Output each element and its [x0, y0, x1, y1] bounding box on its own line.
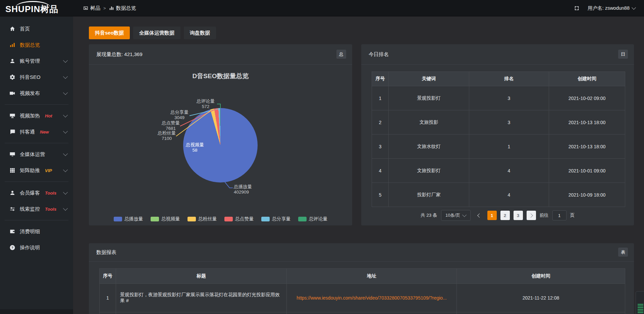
tab-douyin-seo[interactable]: 抖音seo数据 — [89, 27, 130, 39]
sidebar-item-matrix-boost[interactable]: 矩阵助推 VIP — [0, 162, 73, 178]
cell-keyword: 文旅投影 — [389, 110, 469, 135]
sidebar-item-label: 抖音SEO — [20, 74, 41, 81]
col-index: 序号 — [372, 72, 389, 86]
sidebar-item-douyin-seo[interactable]: 抖音SEO — [0, 69, 73, 85]
pie-labelline-comments — [220, 104, 221, 108]
table-header-row: 序号 关键词 排名 创建时间 — [372, 72, 625, 86]
table-row: 1 景观投影灯 3 2021-10-02 09:00 — [372, 86, 625, 110]
chart-legend: 总播放量 总视频量 总粉丝量 总点赞量 总分享量 总评论量 — [89, 216, 352, 222]
chart-title: D音SEO数据量总览 — [89, 72, 352, 81]
table-row: 5 投影灯厂家 4 2021-10-09 18:00 — [372, 183, 625, 207]
gear-icon — [9, 74, 15, 80]
video-publish-icon — [9, 90, 15, 96]
seo-chart-panel: 展现量总数: 421,369 总 D音SEO数据量总览 总评论量 572 总分享… — [89, 44, 352, 225]
sidebar-item-label: 操作说明 — [20, 245, 40, 251]
video-link[interactable]: https://www.iesdouyin.com/share/video/70… — [297, 295, 447, 301]
legend-item-videos[interactable]: 总视频量 — [151, 216, 180, 222]
sidebar-item-video-heat[interactable]: 视频加热 Hot — [0, 108, 73, 124]
chevron-down-icon — [63, 151, 68, 156]
breadcrumb-current: 数据总览 — [109, 5, 136, 11]
fullscreen-icon[interactable] — [574, 5, 580, 11]
hot-badge: Hot — [45, 113, 52, 118]
pie-label-name: 总播放量 — [234, 184, 257, 190]
report-panel-title: 数据报表 — [96, 249, 116, 255]
legend-item-plays[interactable]: 总播放量 — [114, 216, 143, 222]
col-title: 标题 — [116, 269, 287, 284]
impressions-total-label: 展现量总数: 421,369 — [96, 51, 143, 57]
legend-item-comments[interactable]: 总评论量 — [298, 216, 328, 222]
chevron-left-icon — [477, 213, 482, 218]
sidebar-item-label: 会员爆客 — [20, 190, 40, 196]
chevron-right-icon — [529, 213, 533, 218]
sidebar-item-data-overview[interactable]: 数据总览 — [0, 37, 73, 53]
tab-inquiry[interactable]: 询盘数据 — [184, 27, 216, 39]
sidebar-item-help[interactable]: ? 操作说明 — [0, 240, 73, 256]
sidebar-item-account[interactable]: 账号管理 — [0, 53, 73, 69]
today-ranking-panel: 今日排名 日 序号 关键词 排名 创建时间 1 景观投影灯 — [361, 44, 634, 225]
pagination: 共 23 条 10条/页 1 2 3 前往 页 — [361, 210, 634, 221]
sidebar-item-video-publish[interactable]: 视频发布 — [0, 85, 73, 101]
page-size-select[interactable]: 10条/页 — [441, 210, 471, 221]
table-header-row: 序号 标题 地址 创建时间 — [100, 269, 625, 284]
pie-labelline-plays — [229, 188, 233, 188]
goto-page-input[interactable] — [552, 210, 567, 220]
report-table: 序号 标题 地址 创建时间 1 景观投影灯，夜游景观投影灯厂家展示展示落花灯在花… — [99, 268, 625, 314]
page-button-3[interactable]: 3 — [514, 211, 523, 220]
daily-toggle-button[interactable]: 日 — [618, 50, 628, 59]
main-content: 抖音seo数据 全媒体运营数据 询盘数据 展现量总数: 421,369 总 D音… — [73, 16, 644, 314]
sidebar-item-label: 矩阵助推 — [20, 167, 40, 174]
pie-label-fans: 总粉丝量 7100 — [156, 130, 177, 141]
cell-rank: 3 — [469, 110, 549, 135]
goto-suffix-label: 页 — [570, 212, 575, 218]
sidebar-item-lead-monitor[interactable]: 线索监控 Tools — [0, 201, 73, 217]
chevron-down-icon — [462, 213, 467, 217]
floating-widget[interactable] — [636, 291, 644, 314]
pie-label-value: 7100 — [156, 136, 177, 141]
table-row: 1 景观投影灯，夜游景观投影灯厂家展示展示落花灯在花园里的灯光投影应用效果 # … — [100, 284, 625, 312]
sidebar-item-label: 首页 — [20, 26, 30, 32]
chevron-down-icon — [63, 74, 68, 78]
cell-keyword: 景观投影灯 — [389, 86, 469, 110]
monitor-icon — [9, 151, 15, 157]
legend-item-likes[interactable]: 总点赞量 — [224, 216, 254, 222]
pie-label-name: 总分享量 — [169, 110, 190, 115]
sidebar-item-spend-details[interactable]: 消费明细 — [0, 223, 73, 240]
bar-chart-icon — [109, 6, 114, 11]
sidebar-item-member-burst[interactable]: 会员爆客 Tools — [0, 185, 73, 201]
total-toggle-button[interactable]: 总 — [336, 50, 346, 59]
legend-item-fans[interactable]: 总粉丝量 — [187, 216, 217, 222]
page-button-1[interactable]: 1 — [487, 211, 497, 220]
prev-page-button[interactable] — [474, 211, 484, 220]
legend-swatch — [224, 217, 233, 221]
sidebar-divider — [5, 181, 68, 182]
cell-index — [100, 312, 116, 314]
pie-label-plays: 总播放量 402909 — [234, 184, 257, 195]
chevron-down-icon — [63, 90, 68, 95]
sidebar-item-home[interactable]: 首页 — [0, 21, 73, 37]
cell-index: 2 — [372, 110, 389, 135]
sidebar-item-doketong[interactable]: 抖客通 New — [0, 124, 73, 140]
pie-label-name: 总评论量 — [195, 99, 216, 104]
legend-swatch — [187, 217, 196, 221]
cell-created: 2021-10-13 18:00 — [549, 110, 625, 135]
legend-swatch — [114, 217, 122, 221]
tab-media-ops[interactable]: 全媒体运营数据 — [133, 27, 180, 39]
table-row: 2 文旅投影 3 2021-10-13 18:00 — [372, 110, 625, 135]
sidebar-item-media-ops[interactable]: 全媒体运营 — [0, 146, 73, 162]
sidebar-item-label: 账号管理 — [20, 58, 40, 64]
cell-rank: 3 — [469, 86, 549, 110]
sidebar-item-label: 数据总览 — [20, 42, 40, 48]
user-menu[interactable]: 用户名: zswodun88 — [588, 5, 635, 11]
cell-keyword: 文旅投影灯 — [389, 159, 469, 183]
total-count-label: 共 23 条 — [421, 212, 437, 218]
sidebar-item-label: 消费明细 — [20, 228, 40, 235]
page-button-2[interactable]: 2 — [500, 211, 510, 220]
legend-label: 总粉丝量 — [198, 216, 217, 222]
legend-item-shares[interactable]: 总分享量 — [261, 216, 291, 222]
table-toggle-button[interactable]: 表 — [618, 248, 628, 257]
pie-label-name: 总视频量 — [184, 142, 206, 148]
next-page-button[interactable] — [527, 211, 536, 220]
chevron-down-icon — [63, 167, 68, 172]
breadcrumb-root[interactable]: 树品 — [83, 5, 100, 11]
home-icon — [9, 26, 15, 32]
